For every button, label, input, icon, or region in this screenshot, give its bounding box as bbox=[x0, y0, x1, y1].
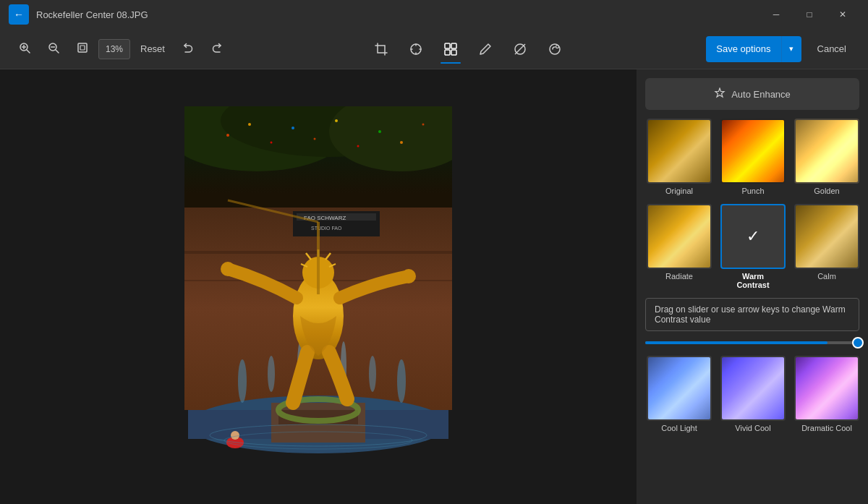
draw-tool-button[interactable] bbox=[471, 35, 500, 64]
cancel-button[interactable]: Cancel bbox=[807, 36, 856, 62]
crop-tool-button[interactable] bbox=[367, 35, 396, 64]
titlebar-left: ← Rockefeller Center 08.JPG bbox=[9, 4, 148, 25]
spot-tool-button[interactable] bbox=[540, 35, 569, 64]
dropdown-chevron-icon: ▾ bbox=[789, 44, 793, 54]
filter-dramatic-cool[interactable]: Dramatic Cool bbox=[793, 354, 861, 434]
svg-point-27 bbox=[314, 138, 316, 140]
svg-rect-11 bbox=[445, 43, 450, 48]
filter-label-dramatic-cool: Dramatic Cool bbox=[801, 424, 852, 432]
svg-point-64 bbox=[231, 431, 239, 440]
redeye-tool-button[interactable] bbox=[506, 35, 535, 64]
filter-vivid-cool[interactable]: Vivid Cool bbox=[719, 354, 787, 434]
filter-thumb-radiate bbox=[647, 204, 712, 269]
svg-rect-14 bbox=[451, 50, 456, 55]
filter-thumb-calm bbox=[794, 204, 859, 269]
slider-fill bbox=[645, 341, 827, 344]
svg-point-25 bbox=[271, 142, 273, 144]
svg-point-31 bbox=[400, 141, 403, 144]
canvas-area: FAO SCHWARZ STUDIO FAO bbox=[0, 69, 637, 504]
close-icon: ✕ bbox=[839, 9, 846, 20]
filters-grid-2: Cool Light Vivid Cool Dramatic Cool bbox=[645, 354, 859, 434]
svg-point-59 bbox=[221, 262, 235, 276]
filter-original[interactable]: Original bbox=[645, 117, 713, 197]
filter-tool-button[interactable] bbox=[436, 35, 465, 64]
save-options-group: Save options ▾ bbox=[706, 36, 801, 62]
toolbar-right: Save options ▾ Cancel bbox=[706, 36, 856, 62]
svg-point-29 bbox=[357, 145, 359, 148]
fit-icon bbox=[77, 42, 88, 56]
maximize-button[interactable]: □ bbox=[793, 0, 826, 29]
main-image: FAO SCHWARZ STUDIO FAO bbox=[184, 106, 452, 464]
svg-point-24 bbox=[248, 123, 251, 126]
filter-thumb-punch bbox=[720, 119, 786, 184]
slider-container[interactable] bbox=[645, 338, 859, 347]
filter-thumb-vivid-cool bbox=[720, 356, 786, 421]
filter-golden[interactable]: Golden bbox=[793, 117, 861, 197]
filter-thumb-cool-light bbox=[647, 356, 712, 421]
filter-label-punch: Punch bbox=[741, 187, 764, 195]
filter-thumb-dramatic-cool bbox=[794, 356, 859, 421]
save-options-button[interactable]: Save options bbox=[706, 36, 780, 62]
minimize-icon: ─ bbox=[773, 9, 780, 20]
fit-to-window-button[interactable] bbox=[69, 36, 95, 62]
slider-tooltip: Drag on slider or use arrow keys to chan… bbox=[645, 298, 859, 331]
auto-enhance-icon bbox=[714, 87, 726, 101]
svg-rect-9 bbox=[378, 46, 385, 53]
zoom-out-button[interactable] bbox=[41, 36, 67, 62]
svg-rect-7 bbox=[78, 43, 87, 52]
titlebar: ← Rockefeller Center 08.JPG ─ □ ✕ bbox=[0, 0, 868, 29]
svg-point-26 bbox=[292, 127, 294, 129]
svg-line-5 bbox=[56, 50, 59, 53]
svg-rect-12 bbox=[451, 43, 456, 48]
filter-label-original: Original bbox=[665, 187, 693, 195]
filter-radiate[interactable]: Radiate bbox=[645, 202, 713, 291]
svg-point-48 bbox=[397, 359, 406, 403]
svg-point-43 bbox=[238, 359, 247, 403]
close-button[interactable]: ✕ bbox=[826, 0, 859, 29]
slider-track bbox=[645, 341, 859, 344]
slider-tooltip-text: Drag on slider or use arrow keys to chan… bbox=[655, 304, 846, 325]
back-icon: ← bbox=[14, 9, 24, 20]
zoom-level: 13% bbox=[98, 39, 130, 59]
toolbar-left: 13% Reset bbox=[12, 36, 230, 62]
slider-thumb[interactable] bbox=[852, 337, 864, 349]
toolbar: 13% Reset bbox=[0, 29, 868, 69]
filter-label-radiate: Radiate bbox=[665, 272, 693, 281]
undo-button[interactable] bbox=[175, 36, 201, 62]
filter-label-cool-light: Cool Light bbox=[661, 424, 697, 432]
svg-point-18 bbox=[556, 45, 559, 48]
svg-point-23 bbox=[226, 134, 229, 137]
save-dropdown-button[interactable]: ▾ bbox=[781, 36, 801, 62]
filter-calm[interactable]: Calm bbox=[793, 202, 861, 291]
svg-line-1 bbox=[27, 50, 30, 53]
auto-enhance-button[interactable]: Auto Enhance bbox=[645, 78, 859, 110]
filter-warm-contrast[interactable]: ✓ WarmContrast bbox=[719, 202, 787, 291]
filter-thumb-golden bbox=[794, 119, 859, 184]
svg-rect-13 bbox=[445, 50, 450, 55]
filter-label-calm: Calm bbox=[817, 272, 836, 281]
filter-punch[interactable]: Punch bbox=[719, 117, 787, 197]
svg-point-32 bbox=[422, 124, 425, 126]
filter-thumb-warm-contrast: ✓ bbox=[720, 204, 786, 269]
svg-point-44 bbox=[268, 356, 275, 392]
minimize-button[interactable]: ─ bbox=[760, 0, 793, 29]
redo-button[interactable] bbox=[204, 36, 230, 62]
titlebar-title: Rockefeller Center 08.JPG bbox=[36, 9, 148, 20]
photo-container: FAO SCHWARZ STUDIO FAO bbox=[184, 106, 452, 467]
selected-checkmark-icon: ✓ bbox=[746, 227, 760, 246]
reset-button[interactable]: Reset bbox=[133, 40, 172, 57]
redo-icon bbox=[211, 42, 223, 56]
filters-grid: Original Punch Golden R bbox=[645, 117, 859, 291]
adjust-tool-button[interactable] bbox=[401, 35, 430, 64]
zoom-in-button[interactable] bbox=[12, 36, 38, 62]
zoom-in-icon bbox=[19, 42, 30, 56]
main-content: FAO SCHWARZ STUDIO FAO bbox=[0, 69, 868, 504]
right-panel: Auto Enhance Original Punch bbox=[637, 69, 868, 504]
undo-icon bbox=[182, 42, 194, 56]
filter-thumb-original bbox=[647, 119, 712, 184]
filter-cool-light[interactable]: Cool Light bbox=[645, 354, 713, 434]
maximize-icon: □ bbox=[807, 9, 812, 20]
svg-point-28 bbox=[335, 119, 338, 122]
back-button[interactable]: ← bbox=[9, 4, 29, 25]
filter-label-golden: Golden bbox=[814, 187, 839, 195]
